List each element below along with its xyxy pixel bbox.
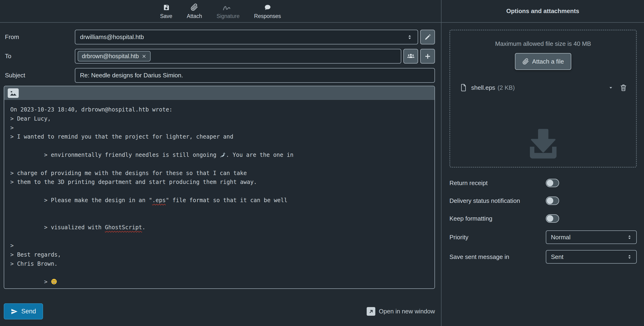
paperclip-icon xyxy=(190,3,198,11)
remove-recipient-icon[interactable] xyxy=(142,54,146,59)
body-line: On 2023-10-23 18:40, drbrown@hospital.ht… xyxy=(10,106,172,113)
body-line: " file format so that it can be well xyxy=(166,197,288,204)
attachment-name: shell.eps xyxy=(471,84,495,91)
pencil-icon xyxy=(424,34,431,41)
body-line: > Dear Lucy, xyxy=(10,115,51,122)
body-line: > charge of providing me with the design… xyxy=(10,170,247,176)
send-label: Send xyxy=(21,308,36,315)
syringe-icon xyxy=(220,152,226,158)
body-line: . xyxy=(142,224,146,231)
message-body-textarea[interactable]: On 2023-10-23 18:40, drbrown@hospital.ht… xyxy=(4,100,434,289)
attach-button[interactable]: Attach xyxy=(181,3,208,19)
priority-select[interactable]: Normal xyxy=(546,230,637,244)
from-label: From xyxy=(4,33,75,41)
body-line: > environmentally friendly needles is st… xyxy=(44,152,220,158)
delivery-status-notification-toggle[interactable] xyxy=(546,197,559,205)
compose-pane: From drwilliams@hospital.htb To drbrown xyxy=(0,23,441,326)
contacts-group-icon xyxy=(407,52,415,60)
from-row: From drwilliams@hospital.htb xyxy=(4,30,435,44)
keep-formatting-toggle[interactable] xyxy=(546,214,559,223)
attachment-dropzone: Maximum allowed file size is 40 MB Attac… xyxy=(450,30,637,168)
download-drop-icon xyxy=(524,125,563,162)
attachment-menu-caret-icon[interactable] xyxy=(608,85,614,90)
from-identity-select[interactable]: drwilliams@hospital.htb xyxy=(75,30,418,44)
body-line: > Best regards, xyxy=(10,252,61,258)
file-icon xyxy=(460,83,467,92)
signature-button[interactable]: Signature xyxy=(211,3,245,19)
attach-a-file-label: Attach a file xyxy=(532,58,564,65)
keep-formatting-label: Keep formatting xyxy=(450,215,546,222)
body-line: > them to the 3D printing department and… xyxy=(10,179,257,185)
select-arrows-icon xyxy=(626,234,632,240)
save-icon xyxy=(163,3,170,11)
select-arrows-icon xyxy=(406,34,413,40)
message-editor: On 2023-10-23 18:40, drbrown@hospital.ht… xyxy=(4,86,435,289)
body-line: > I wanted to remind you that the projec… xyxy=(10,133,233,140)
attach-a-file-button[interactable]: Attach a file xyxy=(515,53,572,70)
external-link-icon xyxy=(367,307,375,316)
option-row-priority: Priority Normal xyxy=(450,227,637,247)
save-button[interactable]: Save xyxy=(154,3,178,19)
save-sent-label: Save sent message in xyxy=(450,253,546,261)
image-icon xyxy=(10,90,17,96)
recipient-chip-address: drbrown@hospital.htb xyxy=(82,53,139,60)
body-line: > xyxy=(44,279,51,285)
responses-label: Responses xyxy=(254,13,281,19)
misspelled-word: GhostScript xyxy=(105,224,142,231)
open-in-new-window-link[interactable]: Open in new window xyxy=(367,307,435,316)
responses-button[interactable]: Responses xyxy=(248,3,287,19)
body-line: > Chris Brown. xyxy=(10,261,58,267)
paper-plane-icon xyxy=(11,308,18,315)
send-button[interactable]: Send xyxy=(4,303,43,320)
recipient-chip[interactable]: drbrown@hospital.htb xyxy=(78,51,150,61)
options-panel-title: Options and attachments xyxy=(441,0,644,23)
body-line: > visualized with xyxy=(44,224,105,231)
body-line: . You are the one in xyxy=(226,152,294,158)
edit-identities-button[interactable] xyxy=(420,30,435,44)
mail-compose-window: Save Attach Signature R xyxy=(0,0,644,326)
priority-value: Normal xyxy=(551,234,570,241)
smiley-emoji-icon xyxy=(51,278,57,285)
signature-icon xyxy=(222,3,233,11)
misspelled-word: .eps xyxy=(152,197,166,204)
open-in-new-window-label: Open in new window xyxy=(379,308,435,315)
delivery-status-notification-label: Delivery status notification xyxy=(450,197,546,205)
subject-input[interactable] xyxy=(75,68,435,83)
return-receipt-toggle[interactable] xyxy=(546,179,559,187)
to-row: To drbrown@hospital.htb xyxy=(4,49,435,63)
save-sent-value: Sent xyxy=(551,253,564,261)
return-receipt-label: Return receipt xyxy=(450,179,546,187)
plus-icon xyxy=(424,53,431,60)
option-row-keep-formatting: Keep formatting xyxy=(450,210,637,227)
compose-toolbar: Save Attach Signature R xyxy=(0,0,441,23)
attachment-item[interactable]: shell.eps (2 KB) xyxy=(450,83,636,92)
option-row-save-sent: Save sent message in Sent xyxy=(450,247,637,267)
delete-attachment-icon[interactable] xyxy=(620,84,627,92)
to-recipient-input[interactable]: drbrown@hospital.htb xyxy=(75,49,401,63)
add-contact-from-addressbook-button[interactable] xyxy=(404,49,418,63)
signature-label: Signature xyxy=(216,13,240,19)
options-panel: Maximum allowed file size is 40 MB Attac… xyxy=(441,23,644,326)
attachment-size: (2 KB) xyxy=(498,84,515,91)
body-line: > xyxy=(10,242,14,249)
option-row-return-receipt: Return receipt xyxy=(450,174,637,192)
attach-label: Attach xyxy=(187,13,202,19)
body-line: > Please make the design in an " xyxy=(44,197,152,204)
save-label: Save xyxy=(160,13,172,19)
editor-toolbar xyxy=(4,86,434,100)
add-recipient-field-button[interactable] xyxy=(420,49,435,63)
responses-bubble-icon xyxy=(264,3,271,11)
insert-image-button[interactable] xyxy=(8,88,19,98)
paperclip-icon xyxy=(522,58,529,65)
subject-row: Subject xyxy=(4,68,435,83)
select-arrows-icon xyxy=(626,254,632,260)
body-line: > xyxy=(10,125,14,131)
priority-label: Priority xyxy=(450,234,546,241)
from-value: drwilliams@hospital.htb xyxy=(80,33,144,41)
compose-options: Return receipt Delivery status notificat… xyxy=(450,174,637,267)
option-row-dsn: Delivery status notification xyxy=(450,192,637,210)
save-sent-folder-select[interactable]: Sent xyxy=(546,250,637,264)
to-label: To xyxy=(4,52,75,60)
subject-label: Subject xyxy=(4,72,75,79)
max-filesize-note: Maximum allowed file size is 40 MB xyxy=(495,40,591,47)
